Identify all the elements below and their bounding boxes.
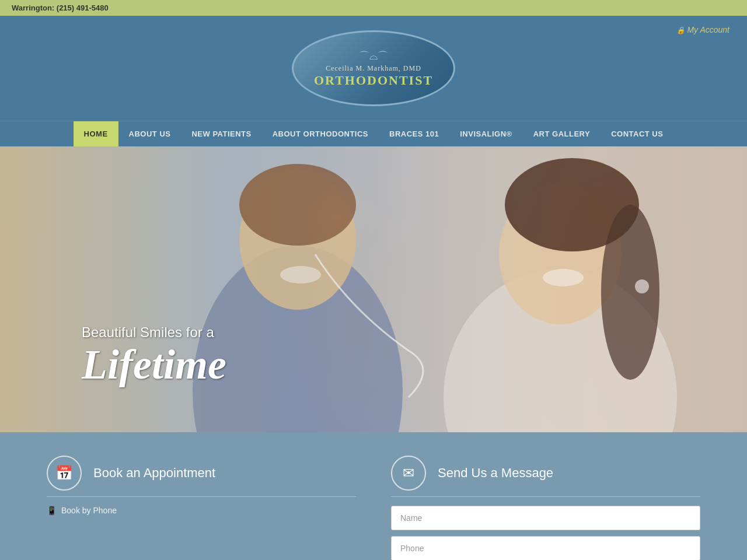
contact-col: ✉ Send Us a Message	[391, 456, 700, 560]
book-phone-label: Book by Phone	[61, 506, 117, 515]
nav-home[interactable]: HOME	[74, 121, 118, 146]
nav-braces-101[interactable]: BRACES 101	[379, 121, 449, 146]
book-phone-link[interactable]: Book by Phone	[47, 506, 356, 515]
appointment-header: 📅 Book an Appointment	[47, 456, 356, 497]
logo-wave: ⌒⌓⌒	[359, 49, 388, 63]
envelope-icon: ✉	[391, 456, 426, 491]
appointment-title: Book an Appointment	[93, 466, 215, 481]
main-nav: HOME ABOUT US NEW PATIENTS ABOUT ORTHODO…	[0, 121, 747, 146]
nav-about-orthodontics[interactable]: ABOUT ORTHODONTICS	[262, 121, 379, 146]
phone-number: (215) 491-5480	[57, 4, 109, 12]
hero-subtitle: Beautiful Smiles for a	[82, 324, 226, 341]
nav-about-us[interactable]: ABOUT US	[118, 121, 181, 146]
svg-point-10	[280, 266, 321, 284]
svg-point-11	[543, 269, 584, 286]
hero-text: Beautiful Smiles for a Lifetime	[82, 324, 226, 386]
logo-title: ORTHODONTIST	[314, 73, 433, 88]
svg-point-4	[239, 164, 356, 246]
svg-point-9	[635, 279, 649, 293]
phone-input[interactable]	[391, 536, 700, 560]
logo-name: Ceceilia M. Markham, DMD	[326, 64, 421, 73]
header: My Account ⌒⌓⌒ Ceceilia M. Markham, DMD …	[0, 16, 747, 121]
contact-title: Send Us a Message	[438, 466, 553, 481]
bottom-section: 📅 Book an Appointment Book by Phone ✉ Se…	[0, 432, 747, 560]
hero-main-text: Lifetime	[82, 344, 226, 386]
top-bar: Warrington: (215) 491-5480	[0, 0, 747, 16]
calendar-icon: 📅	[47, 456, 82, 491]
location-label: Warrington:	[12, 4, 54, 12]
nav-invisalign[interactable]: INVISALIGN®	[449, 121, 522, 146]
nav-contact-us[interactable]: CONTACT US	[601, 121, 673, 146]
hero-background	[0, 146, 747, 432]
svg-point-8	[601, 205, 659, 380]
nav-art-gallery[interactable]: ART GALLERY	[523, 121, 601, 146]
my-account-link[interactable]: My Account	[676, 25, 729, 34]
hero-section: Beautiful Smiles for a Lifetime	[0, 146, 747, 432]
appointment-col: 📅 Book an Appointment Book by Phone	[47, 456, 356, 560]
logo-oval: ⌒⌓⌒ Ceceilia M. Markham, DMD ORTHODONTIS…	[292, 30, 455, 106]
hero-svg	[0, 146, 747, 432]
logo-container: ⌒⌓⌒ Ceceilia M. Markham, DMD ORTHODONTIS…	[292, 30, 455, 106]
name-input[interactable]	[391, 506, 700, 530]
nav-new-patients[interactable]: NEW PATIENTS	[181, 121, 261, 146]
contact-header: ✉ Send Us a Message	[391, 456, 700, 497]
